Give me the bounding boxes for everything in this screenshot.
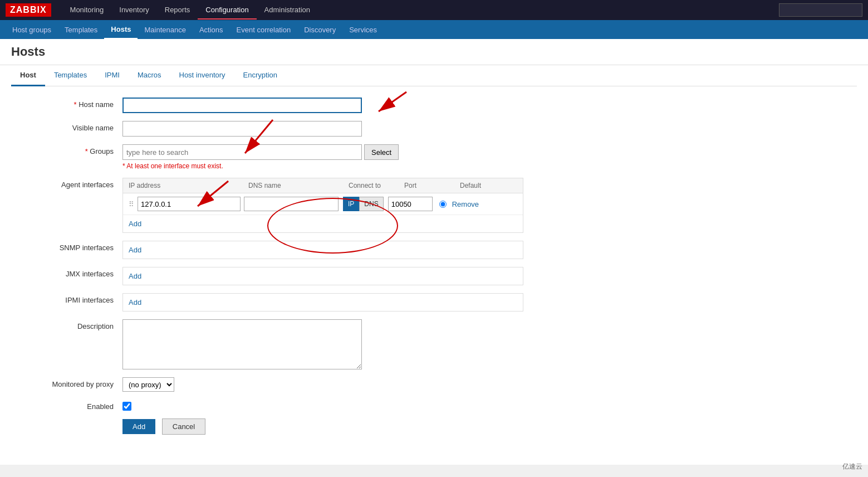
global-search-input[interactable] xyxy=(779,3,862,17)
subnav-hosts[interactable]: Hosts xyxy=(104,21,138,39)
connect-ip-button[interactable]: IP xyxy=(343,197,359,211)
agent-add-link[interactable]: Add xyxy=(123,215,523,232)
subnav-templates[interactable]: Templates xyxy=(58,21,104,38)
tab-ipmi[interactable]: IPMI xyxy=(96,65,129,86)
jmx-interfaces-label: JMX interfaces xyxy=(11,267,122,278)
tab-encryption[interactable]: Encryption xyxy=(234,65,286,86)
visible-name-input[interactable] xyxy=(122,121,362,137)
subnav-host-groups[interactable]: Host groups xyxy=(6,21,58,38)
host-name-row: Host name xyxy=(11,98,857,113)
host-form: Host name Visible name Groups Select * A… xyxy=(11,86,857,454)
default-header: Default xyxy=(460,182,504,189)
visible-name-row: Visible name xyxy=(11,121,857,137)
groups-field-container: Select * At least one interface must exi… xyxy=(122,144,399,170)
agent-interfaces-table: IP address DNS name Connect to Port Defa… xyxy=(122,178,523,233)
ipmi-add-link[interactable]: Add xyxy=(123,294,523,311)
agent-interfaces-label: Agent interfaces xyxy=(11,178,122,189)
groups-row: Groups Select * At least one interface m… xyxy=(11,144,857,170)
proxy-select[interactable]: (no proxy) xyxy=(122,377,174,392)
snmp-interfaces-label: SNMP interfaces xyxy=(11,241,122,252)
ipmi-interfaces-section: Add xyxy=(122,293,523,311)
agent-ip-input[interactable]: 127.0.0.1 xyxy=(138,197,241,211)
enabled-row: Enabled xyxy=(11,400,857,411)
agent-interfaces-section: IP address DNS name Connect to Port Defa… xyxy=(122,178,523,233)
dns-name-header: DNS name xyxy=(248,182,349,189)
nav-configuration[interactable]: Configuration xyxy=(198,1,256,20)
description-label: Description xyxy=(11,319,122,330)
page-header: Hosts xyxy=(0,39,868,65)
agent-dns-input[interactable] xyxy=(244,197,339,211)
drag-handle-icon: ⠿ xyxy=(129,200,134,208)
groups-label: Groups xyxy=(11,144,122,155)
subnav-maintenance[interactable]: Maintenance xyxy=(138,21,192,38)
jmx-interfaces-section: Add xyxy=(122,267,523,285)
form-tabs: Host Templates IPMI Macros Host inventor… xyxy=(11,65,857,86)
nav-monitoring[interactable]: Monitoring xyxy=(62,1,112,20)
agent-default-radio[interactable] xyxy=(439,201,447,208)
subnav-actions[interactable]: Actions xyxy=(193,21,230,38)
ip-address-header: IP address xyxy=(129,182,248,189)
interface-table-header: IP address DNS name Connect to Port Defa… xyxy=(123,178,523,193)
tab-host-inventory[interactable]: Host inventory xyxy=(170,65,234,86)
host-name-label: Host name xyxy=(11,98,122,109)
ipmi-interfaces-label: IPMI interfaces xyxy=(11,293,122,304)
description-textarea[interactable] xyxy=(122,319,362,369)
action-buttons-row: Add Cancel xyxy=(11,418,857,435)
interface-warning: * At least one interface must exist. xyxy=(122,162,399,170)
jmx-add-link[interactable]: Add xyxy=(123,267,523,285)
add-button[interactable]: Add xyxy=(122,419,155,434)
connect-buttons: IP DNS xyxy=(343,197,384,211)
jmx-interfaces-row: JMX interfaces Add xyxy=(11,267,857,285)
content-area: Host Templates IPMI Macros Host inventor… xyxy=(0,65,868,465)
action-buttons-spacer xyxy=(11,418,122,421)
footer: Zabbix 4.0.15 © 2001-2019, Zabbix SIA xyxy=(0,465,868,477)
nav-inventory[interactable]: Inventory xyxy=(111,1,156,20)
agent-interface-row: ⠿ 127.0.0.1 IP DNS 10050 Remove xyxy=(123,193,523,215)
proxy-label: Monitored by proxy xyxy=(11,377,122,388)
snmp-interfaces-section: Add xyxy=(122,241,523,259)
top-navigation: ZABBIX Monitoring Inventory Reports Conf… xyxy=(0,0,868,20)
groups-search-input[interactable] xyxy=(122,144,362,160)
ipmi-interfaces-row: IPMI interfaces Add xyxy=(11,293,857,311)
enabled-label: Enabled xyxy=(11,400,122,411)
enabled-checkbox[interactable] xyxy=(122,402,131,411)
cancel-button[interactable]: Cancel xyxy=(162,418,205,435)
action-buttons: Add Cancel xyxy=(122,418,205,435)
tab-host[interactable]: Host xyxy=(11,65,45,86)
port-header: Port xyxy=(404,182,460,189)
snmp-add-link[interactable]: Add xyxy=(123,241,523,259)
visible-name-label: Visible name xyxy=(11,121,122,132)
connect-dns-button[interactable]: DNS xyxy=(359,197,383,211)
proxy-row: Monitored by proxy (no proxy) xyxy=(11,377,857,392)
agent-remove-link[interactable]: Remove xyxy=(452,200,479,208)
subnav-services[interactable]: Services xyxy=(342,21,384,38)
subnav-discovery[interactable]: Discovery xyxy=(297,21,342,38)
host-name-input[interactable] xyxy=(122,98,362,113)
zabbix-logo: ZABBIX xyxy=(6,3,51,17)
tab-templates[interactable]: Templates xyxy=(45,65,96,86)
page-title: Hosts xyxy=(11,45,857,59)
top-nav-items: Monitoring Inventory Reports Configurati… xyxy=(62,1,318,20)
agent-interfaces-row: Agent interfaces IP address DNS name Con… xyxy=(11,178,857,233)
tab-macros[interactable]: Macros xyxy=(129,65,170,86)
snmp-interfaces-row: SNMP interfaces Add xyxy=(11,241,857,259)
agent-port-input[interactable]: 10050 xyxy=(388,197,433,211)
nav-reports[interactable]: Reports xyxy=(157,1,198,20)
sub-navigation: Host groups Templates Hosts Maintenance … xyxy=(0,20,868,39)
connect-to-header: Connect to xyxy=(349,182,404,189)
subnav-event-correlation[interactable]: Event correlation xyxy=(230,21,298,38)
description-row: Description xyxy=(11,319,857,369)
groups-select-button[interactable]: Select xyxy=(364,144,399,160)
watermark: 亿速云 xyxy=(842,462,862,471)
nav-administration[interactable]: Administration xyxy=(257,1,318,20)
